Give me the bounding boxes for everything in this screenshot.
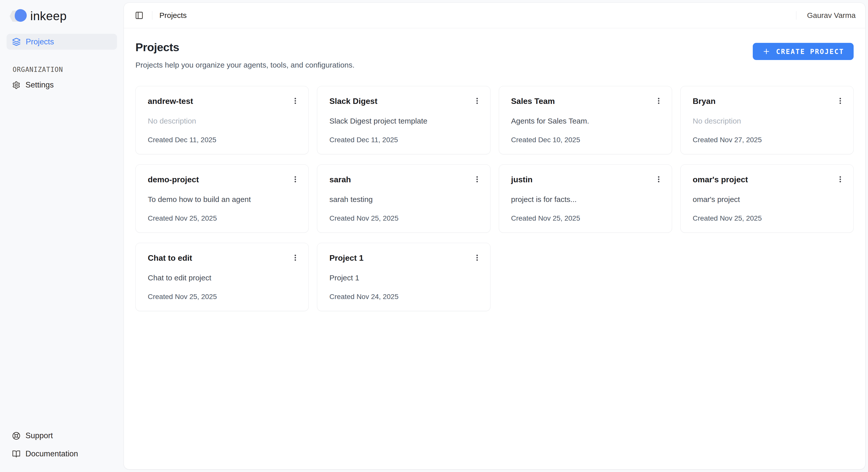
project-created-date: Created Nov 27, 2025 xyxy=(693,136,842,144)
project-card-header: justin xyxy=(511,175,660,185)
inkeep-logo-icon xyxy=(9,8,26,23)
page-subtitle: Projects help you organize your agents, … xyxy=(135,61,354,69)
create-project-label: CREATE PROJECT xyxy=(776,48,844,56)
sidebar-nav: Projects xyxy=(6,34,117,50)
project-created-date: Created Nov 25, 2025 xyxy=(148,292,297,301)
project-card[interactable]: Slack Digest Slack Digest project templa… xyxy=(317,86,490,154)
plus-icon xyxy=(762,48,770,56)
project-menu-button[interactable] xyxy=(290,252,300,263)
sidebar-item-settings[interactable]: Settings xyxy=(6,77,117,93)
sidebar-item-support[interactable]: Support xyxy=(6,428,117,444)
project-created-date: Created Nov 25, 2025 xyxy=(693,214,842,222)
kebab-menu-icon xyxy=(291,253,300,262)
project-name: justin xyxy=(511,175,533,184)
project-description: Agents for Sales Team. xyxy=(511,117,660,126)
project-name: Bryan xyxy=(693,96,716,106)
project-name: omar's project xyxy=(693,175,748,184)
sidebar-item-label: Settings xyxy=(26,81,54,90)
project-card[interactable]: Sales Team Agents for Sales Team. Create… xyxy=(499,86,672,154)
book-open-icon xyxy=(12,450,21,458)
project-created-date: Created Nov 25, 2025 xyxy=(148,214,297,222)
project-menu-button[interactable] xyxy=(835,95,845,106)
project-name: demo-project xyxy=(148,175,199,184)
project-description: To demo how to build an agent xyxy=(148,195,297,204)
project-name: Chat to edit xyxy=(148,253,192,263)
project-menu-button[interactable] xyxy=(472,174,482,185)
project-card[interactable]: Bryan No description Created Nov 27, 202… xyxy=(680,86,854,154)
project-name: Project 1 xyxy=(329,253,363,263)
project-card-header: Project 1 xyxy=(329,253,478,263)
project-description: No description xyxy=(693,117,842,126)
project-card-header: Bryan xyxy=(693,96,842,106)
sidebar: inkeep Projects ORGANIZATION Settings xyxy=(0,0,124,472)
project-menu-button[interactable] xyxy=(290,95,300,106)
kebab-menu-icon xyxy=(473,253,482,262)
project-created-date: Created Dec 11, 2025 xyxy=(329,136,478,144)
panel-left-icon xyxy=(135,11,144,20)
project-name: sarah xyxy=(329,175,351,184)
project-created-date: Created Dec 11, 2025 xyxy=(148,136,297,144)
kebab-menu-icon xyxy=(473,175,482,184)
page-title: Projects xyxy=(135,41,354,54)
user-menu[interactable]: Gaurav Varma xyxy=(807,11,856,20)
project-menu-button[interactable] xyxy=(472,95,482,106)
inkeep-logo[interactable]: inkeep xyxy=(6,7,117,24)
project-created-date: Created Dec 10, 2025 xyxy=(511,136,660,144)
sidebar-item-label: Support xyxy=(26,431,53,440)
projects-grid: andrew-test No description Created Dec 1… xyxy=(135,86,854,311)
project-description: Project 1 xyxy=(329,273,478,282)
breadcrumb: Projects xyxy=(159,11,187,20)
project-card[interactable]: omar's project omar's project Created No… xyxy=(680,164,854,233)
project-card-header: sarah xyxy=(329,175,478,185)
project-card-header: omar's project xyxy=(693,175,842,185)
project-description: sarah testing xyxy=(329,195,478,204)
project-card[interactable]: andrew-test No description Created Dec 1… xyxy=(135,86,309,154)
project-name: andrew-test xyxy=(148,96,193,106)
project-menu-button[interactable] xyxy=(472,252,482,263)
content-header: Projects Projects help you organize your… xyxy=(135,41,854,69)
topbar-divider xyxy=(152,11,152,20)
logo-wordmark: inkeep xyxy=(30,9,67,23)
layers-icon xyxy=(12,38,21,46)
sidebar-item-projects[interactable]: Projects xyxy=(6,34,117,50)
sidebar-item-label: Documentation xyxy=(26,449,78,459)
sidebar-footer: Support Documentation xyxy=(6,428,117,462)
sidebar-item-label: Projects xyxy=(26,37,54,46)
project-menu-button[interactable] xyxy=(835,174,845,185)
project-card[interactable]: Chat to edit Chat to edit project Create… xyxy=(135,243,309,311)
page-heading-block: Projects Projects help you organize your… xyxy=(135,41,354,69)
sidebar-item-documentation[interactable]: Documentation xyxy=(6,446,117,462)
project-created-date: Created Nov 24, 2025 xyxy=(329,292,478,301)
topbar: Projects Gaurav Varma xyxy=(124,3,865,28)
project-card[interactable]: demo-project To demo how to build an age… xyxy=(135,164,309,233)
project-description: Chat to edit project xyxy=(148,273,297,282)
topbar-right: Gaurav Varma xyxy=(796,11,856,20)
project-card[interactable]: Project 1 Project 1 Created Nov 24, 2025 xyxy=(317,243,490,311)
kebab-menu-icon xyxy=(836,175,844,184)
gear-icon xyxy=(12,81,21,89)
project-menu-button[interactable] xyxy=(654,174,664,185)
kebab-menu-icon xyxy=(291,175,300,184)
kebab-menu-icon xyxy=(291,97,300,105)
life-buoy-icon xyxy=(12,432,21,440)
project-card-header: Chat to edit xyxy=(148,253,297,263)
project-menu-button[interactable] xyxy=(290,174,300,185)
project-created-date: Created Nov 25, 2025 xyxy=(511,214,660,222)
project-name: Sales Team xyxy=(511,96,555,106)
project-card-header: demo-project xyxy=(148,175,297,185)
kebab-menu-icon xyxy=(473,97,482,105)
project-card[interactable]: justin project is for facts... Created N… xyxy=(499,164,672,233)
project-description: project is for facts... xyxy=(511,195,660,204)
organization-section-label: ORGANIZATION xyxy=(12,66,117,73)
sidebar-toggle-button[interactable] xyxy=(133,9,145,21)
project-created-date: Created Nov 25, 2025 xyxy=(329,214,478,222)
kebab-menu-icon xyxy=(654,175,663,184)
project-card-header: Slack Digest xyxy=(329,96,478,106)
kebab-menu-icon xyxy=(654,97,663,105)
kebab-menu-icon xyxy=(836,97,844,105)
project-card-header: Sales Team xyxy=(511,96,660,106)
project-description: omar's project xyxy=(693,195,842,204)
project-card[interactable]: sarah sarah testing Created Nov 25, 2025 xyxy=(317,164,490,233)
create-project-button[interactable]: CREATE PROJECT xyxy=(753,43,854,60)
project-menu-button[interactable] xyxy=(654,95,664,106)
